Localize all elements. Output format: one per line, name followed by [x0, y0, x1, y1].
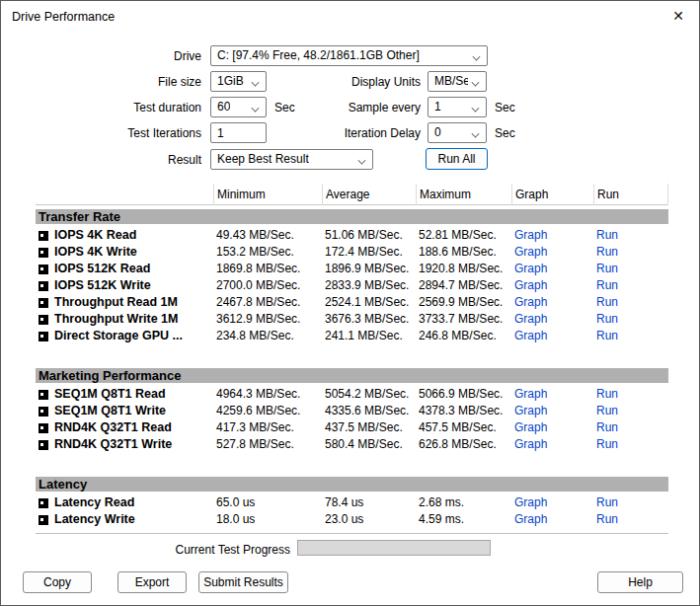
run-link[interactable]: Run — [596, 512, 618, 526]
drive-label: Drive — [43, 48, 201, 64]
max-value: 4378.3 MB/Sec. — [416, 403, 511, 419]
graph-link[interactable]: Graph — [514, 245, 547, 259]
run-link[interactable]: Run — [596, 404, 618, 417]
run-link[interactable]: Run — [596, 329, 618, 342]
copy-button[interactable]: Copy — [23, 571, 92, 593]
test-name: IOPS 4K Write — [54, 244, 137, 261]
display-units-label: Display Units — [302, 74, 421, 90]
iteration-delay-select[interactable]: 0 — [428, 122, 487, 143]
table-row: IOPS 4K Write 153.2 MB/Sec. 172.4 MB/Sec… — [36, 244, 668, 261]
test-iterations-input[interactable] — [210, 122, 267, 143]
max-value: 246.8 MB/Sec. — [416, 328, 511, 344]
min-value: 417.3 MB/Sec. — [213, 419, 322, 436]
table-row: Direct Storage GPU ... 234.8 MB/Sec. 241… — [36, 328, 668, 344]
test-item-icon — [39, 298, 48, 308]
export-button[interactable]: Export — [117, 571, 187, 593]
test-name: Latency Write — [54, 511, 135, 528]
graph-link[interactable]: Graph — [514, 420, 547, 434]
close-icon[interactable]: ✕ — [665, 5, 691, 27]
test-item-icon — [39, 423, 48, 433]
graph-link[interactable]: Graph — [514, 278, 547, 292]
test-name: SEQ1M Q8T1 Read — [54, 386, 166, 403]
table-row: Latency Read 65.0 us 78.4 us 2.68 ms. Gr… — [36, 494, 668, 511]
min-value: 2700.0 MB/Sec. — [213, 277, 322, 294]
test-item-icon — [39, 332, 48, 341]
header-name-column — [36, 184, 213, 205]
test-name-cell: RND4K Q32T1 Read — [36, 419, 213, 436]
test-item-icon — [39, 515, 48, 525]
run-link[interactable]: Run — [596, 262, 618, 275]
test-name-cell: SEQ1M Q8T1 Read — [36, 386, 213, 403]
sample-every-unit: Sec — [495, 100, 515, 115]
header-graph: Graph — [511, 184, 593, 205]
min-value: 49.43 MB/Sec. — [213, 227, 322, 244]
run-link[interactable]: Run — [596, 278, 618, 292]
test-item-icon — [39, 390, 48, 400]
header-minimum: Minimum — [213, 184, 322, 205]
perf-table-body: Transfer Rate IOPS 4K Read 49.43 MB/Sec.… — [36, 209, 668, 528]
min-value: 527.8 MB/Sec. — [213, 436, 322, 453]
avg-value: 437.5 MB/Sec. — [322, 419, 416, 436]
min-value: 3612.9 MB/Sec. — [213, 311, 322, 328]
graph-link[interactable]: Graph — [514, 495, 547, 509]
test-duration-select[interactable]: 60 — [210, 97, 267, 117]
graph-link[interactable]: Graph — [514, 404, 547, 417]
drive-select[interactable]: C: [97.4% Free, 48.2/1861.1GB Other] — [210, 45, 488, 66]
test-name-cell: Throughput Read 1M — [36, 294, 213, 311]
progress-bar — [297, 540, 491, 556]
test-item-icon — [39, 315, 48, 325]
test-name-cell: IOPS 512K Write — [36, 277, 213, 294]
file-size-label: File size — [43, 74, 201, 90]
display-units-select[interactable]: MB/Sec. — [428, 71, 487, 92]
graph-link[interactable]: Graph — [514, 295, 547, 309]
run-link[interactable]: Run — [596, 420, 618, 434]
avg-value: 5054.2 MB/Sec. — [322, 386, 416, 403]
max-value: 626.8 MB/Sec. — [416, 436, 511, 453]
run-link[interactable]: Run — [596, 295, 618, 309]
test-name: Direct Storage GPU ... — [54, 328, 183, 344]
run-link[interactable]: Run — [596, 312, 618, 326]
test-iterations-label: Test Iterations — [43, 125, 201, 141]
graph-link[interactable]: Graph — [514, 437, 547, 451]
section-header-bar: Marketing Performance — [36, 368, 668, 383]
table-row: IOPS 512K Write 2700.0 MB/Sec. 2833.9 MB… — [36, 277, 668, 294]
graph-link[interactable]: Graph — [514, 512, 547, 526]
drive-performance-dialog: Drive Performance ✕ Drive C: [97.4% Free… — [0, 0, 700, 606]
iteration-delay-select-value: 0 — [434, 123, 441, 142]
table-row: RND4K Q32T1 Write 527.8 MB/Sec. 580.4 MB… — [36, 436, 668, 453]
test-name-cell: Latency Read — [36, 494, 213, 511]
file-size-select[interactable]: 1GiB — [210, 71, 267, 92]
test-name: Latency Read — [54, 494, 134, 511]
run-link[interactable]: Run — [596, 495, 618, 509]
graph-link[interactable]: Graph — [514, 329, 547, 342]
run-all-button[interactable]: Run All — [426, 148, 488, 170]
iteration-delay-label: Iteration Delay — [302, 125, 421, 141]
table-row: RND4K Q32T1 Read 417.3 MB/Sec. 437.5 MB/… — [36, 419, 668, 436]
table-row: IOPS 512K Read 1869.8 MB/Sec. 1896.9 MB/… — [36, 261, 668, 277]
section-rows: IOPS 4K Read 49.43 MB/Sec. 51.06 MB/Sec.… — [36, 227, 668, 344]
graph-link[interactable]: Graph — [514, 387, 547, 401]
run-link[interactable]: Run — [596, 387, 618, 401]
run-link[interactable]: Run — [596, 228, 618, 242]
section-rows: SEQ1M Q8T1 Read 4964.3 MB/Sec. 5054.2 MB… — [36, 386, 668, 453]
help-button[interactable]: Help — [597, 571, 683, 593]
file-size-select-value: 1GiB — [217, 72, 244, 91]
graph-link[interactable]: Graph — [514, 228, 547, 242]
test-name-cell: IOPS 4K Write — [36, 244, 213, 261]
run-link[interactable]: Run — [596, 437, 618, 451]
sample-every-select[interactable]: 1 — [428, 97, 487, 117]
test-item-icon — [39, 265, 48, 274]
run-link[interactable]: Run — [596, 245, 618, 259]
avg-value: 4335.6 MB/Sec. — [322, 403, 416, 419]
section-header-bar: Transfer Rate — [36, 209, 668, 224]
test-item-icon — [39, 440, 48, 450]
graph-link[interactable]: Graph — [514, 262, 547, 275]
result-select[interactable]: Keep Best Result — [210, 149, 373, 170]
graph-link[interactable]: Graph — [514, 312, 547, 326]
sample-every-select-value: 1 — [434, 98, 441, 116]
display-units-select-value: MB/Sec. — [434, 72, 468, 91]
test-name-cell: IOPS 512K Read — [36, 261, 213, 277]
min-value: 1869.8 MB/Sec. — [213, 261, 322, 277]
submit-results-button[interactable]: Submit Results — [198, 571, 288, 593]
test-name: IOPS 512K Write — [54, 277, 151, 294]
